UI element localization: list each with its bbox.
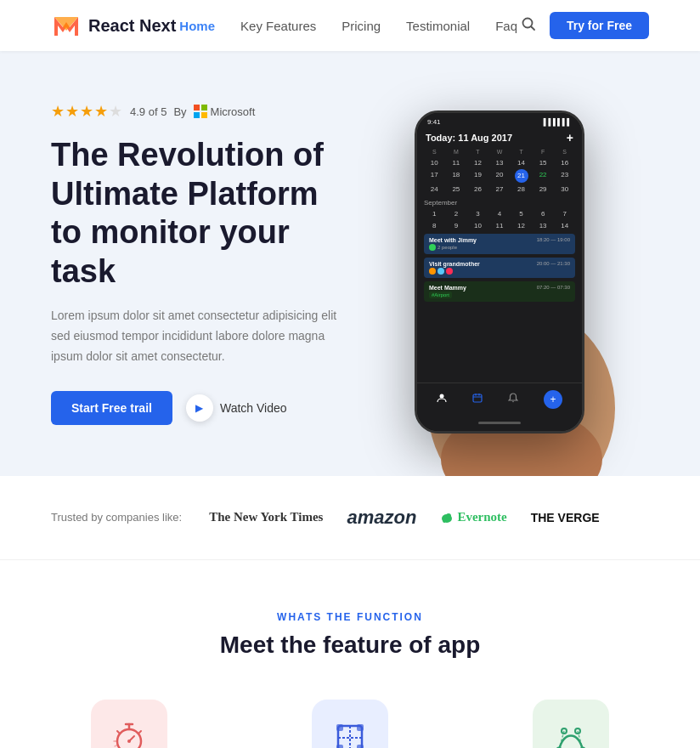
fast-performance-icon-wrap — [91, 700, 167, 748]
hero-text: ★★★★★ 4.9 of 5 By Microsoft The Revoluti… — [51, 102, 350, 476]
nav-home[interactable]: Home — [179, 19, 215, 33]
status-time: 9:41 — [427, 118, 441, 126]
home-indicator — [417, 416, 582, 431]
trusted-label: Trusted by companies like: — [51, 511, 182, 524]
phone-screen: 9:41 ▐▐▐ ▌▌▌ Today: 11 Aug 2017 + S M T … — [417, 113, 582, 431]
hero-description: Lorem ipsum dolor sit amet consectetur a… — [51, 306, 350, 366]
event-title-mammy: Meet Mammy — [429, 285, 466, 291]
hero-rating: ★★★★★ 4.9 of 5 By Microsoft — [51, 102, 350, 121]
logo-icon — [51, 10, 82, 41]
svg-rect-6 — [201, 105, 207, 110]
features-title: Meet the feature of app — [34, 632, 666, 659]
amazon-logo: amazon — [347, 507, 416, 529]
hero-section: ★★★★★ 4.9 of 5 By Microsoft The Revoluti… — [0, 51, 700, 476]
day-t2: T — [511, 148, 532, 156]
week3-row: 24 25 26 27 28 29 30 — [424, 184, 575, 195]
day-s2: S — [554, 148, 575, 156]
svg-point-43 — [562, 728, 567, 734]
feature-vector-editing: Vector Editing Get your blood tests deli… — [477, 700, 664, 748]
evernote-elephant-icon — [440, 511, 454, 524]
day-labels-row: S M T W T F S — [424, 148, 575, 156]
watch-video-label: Watch Video — [220, 401, 287, 415]
sep-week2-row: 8 9 10 11 12 13 14 — [424, 220, 575, 231]
week1-row: 10 11 12 13 14 15 16 — [424, 157, 575, 168]
home-bar — [478, 422, 521, 424]
svg-rect-10 — [473, 394, 482, 402]
svg-line-4 — [531, 26, 534, 30]
day-f: F — [533, 148, 554, 156]
stopwatch-icon — [110, 719, 148, 748]
start-free-trial-button[interactable]: Start Free trail — [51, 391, 172, 425]
svg-rect-8 — [201, 112, 207, 118]
phone-hand: 9:41 ▐▐▐ ▌▌▌ Today: 11 Aug 2017 + S M T … — [364, 110, 635, 468]
phone-mockup: 9:41 ▐▐▐ ▌▌▌ Today: 11 Aug 2017 + S M T … — [350, 110, 649, 468]
day-t1: T — [467, 148, 488, 156]
svg-rect-36 — [357, 724, 364, 731]
event-grandmother: Visit grandmother 20:00 — 21:30 — [424, 258, 575, 278]
event-time-grandmother: 20:00 — 21:30 — [537, 261, 570, 266]
phone-frame: 9:41 ▐▐▐ ▌▌▌ Today: 11 Aug 2017 + S M T … — [415, 110, 584, 434]
svg-point-3 — [522, 18, 532, 27]
week2-row: 17 18 19 20 21 22 23 — [424, 169, 575, 183]
hero-headline: The Revolution of Ultimate Platform to m… — [51, 136, 350, 291]
svg-point-44 — [575, 728, 580, 734]
svg-point-29 — [127, 740, 131, 743]
ms-name: Microsoft — [211, 105, 256, 118]
bottom-plus-button: + — [544, 390, 562, 409]
trusted-logos: The New York Times amazon Evernote THE V… — [209, 507, 599, 529]
september-grid: 1 2 3 4 5 6 7 8 9 10 11 — [417, 208, 582, 232]
bottom-person-icon — [437, 393, 447, 405]
event-tag-mammy: #Airport — [429, 292, 570, 298]
bottom-calendar-icon — [472, 393, 483, 405]
nav-actions: Try for Free — [521, 12, 649, 39]
logo[interactable]: React Next — [51, 10, 176, 41]
prototyping-icon-wrap — [312, 700, 388, 748]
navbar: React Next Home Key Features Pricing Tes… — [0, 0, 700, 51]
nav-faq[interactable]: Faq — [495, 19, 517, 33]
microsoft-logo: Microsoft — [194, 105, 256, 118]
nav-key-features[interactable]: Key Features — [240, 19, 316, 33]
nav-links: Home Key Features Pricing Testimonial Fa… — [179, 19, 517, 33]
day-m: M — [446, 148, 467, 156]
event-time-jimmy: 18:20 — 19:00 — [537, 237, 570, 242]
event-title-jimmy: Meet with Jimmy — [429, 237, 477, 243]
feature-fast-performance: Fast Performance Get your blood tests de… — [36, 700, 223, 748]
event-sub-jimmy: 2 people — [429, 244, 570, 251]
svg-point-23 — [446, 513, 451, 518]
svg-rect-37 — [336, 745, 343, 748]
try-for-free-button[interactable]: Try for Free — [550, 12, 649, 39]
nav-pricing[interactable]: Pricing — [342, 19, 381, 33]
phone-bottom-bar: + — [417, 382, 582, 416]
september-label: September — [417, 196, 582, 208]
rating-by: By — [173, 105, 186, 118]
calendar-date-label: Today: 11 Aug 2017 — [426, 133, 512, 143]
sep-week1-row: 1 2 3 4 5 6 7 — [424, 208, 575, 219]
search-icon — [521, 16, 536, 31]
calendar-header: Today: 11 Aug 2017 + — [417, 128, 582, 148]
watch-video-button[interactable]: ▶ Watch Video — [186, 394, 287, 422]
phone-status-bar: 9:41 ▐▐▐ ▌▌▌ — [417, 113, 582, 128]
vector-editing-icon-wrap — [533, 700, 609, 748]
status-icons: ▐▐▐ ▌▌▌ — [541, 118, 572, 126]
svg-point-25 — [117, 729, 141, 748]
svg-rect-7 — [194, 112, 200, 118]
verge-logo: THE VERGE — [531, 511, 600, 524]
search-button[interactable] — [521, 16, 536, 36]
features-subtitle: WHATS THE FUNCTION — [34, 611, 666, 623]
features-grid: Fast Performance Get your blood tests de… — [34, 700, 666, 748]
svg-rect-38 — [357, 745, 364, 748]
features-section: WHATS THE FUNCTION Meet the feature of a… — [0, 560, 700, 748]
svg-point-9 — [440, 394, 444, 399]
hero-buttons: Start Free trail ▶ Watch Video — [51, 391, 350, 425]
bottom-bell-icon — [508, 393, 518, 405]
day-s1: S — [424, 148, 445, 156]
evernote-logo: Evernote — [440, 510, 506, 524]
svg-rect-35 — [336, 724, 343, 731]
trusted-section: Trusted by companies like: The New York … — [0, 476, 700, 560]
svg-point-24 — [443, 518, 446, 523]
calendar-add-icon: + — [567, 131, 573, 144]
feature-prototyping: Prototyping Get your blood tests deliver… — [257, 700, 443, 748]
ms-squares-icon — [194, 105, 207, 118]
nav-testimonial[interactable]: Testimonial — [406, 19, 470, 33]
play-icon: ▶ — [186, 394, 213, 422]
